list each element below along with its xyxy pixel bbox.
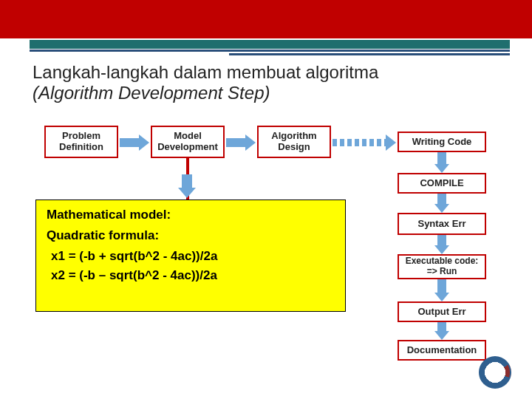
title-line-1: Langkah-langkah dalam membuat algoritma — [33, 62, 510, 83]
arrow-down-icon — [436, 194, 448, 213]
step-compile: COMPILE — [398, 173, 486, 194]
institution-logo-icon — [479, 356, 511, 389]
equation-x1: x1 = (-b + sqrt(b^2 - 4ac))/2a — [51, 249, 335, 264]
header-divider-1 — [30, 50, 510, 52]
step-problem-definition: Problem Definition — [44, 126, 118, 158]
arrow-down-icon — [436, 235, 448, 254]
step-syntax-err: Syntax Err — [398, 213, 486, 235]
arrow-right-dashed-icon — [332, 137, 396, 148]
title-line-2: (Algorithm Development Step) — [33, 83, 270, 103]
header-red-band — [0, 0, 532, 38]
header-teal-band — [30, 40, 510, 49]
arrow-down-icon — [436, 279, 448, 301]
step-output-err: Output Err — [398, 301, 486, 322]
step-writing-code: Writing Code — [398, 132, 486, 152]
slide-title: Langkah-langkah dalam membuat algoritma … — [33, 62, 510, 103]
callout-heading-formula: Quadratic formula: — [47, 228, 335, 243]
step-documentation: Documentation — [398, 340, 486, 361]
step-model-development: Model Development — [151, 126, 225, 158]
step-executable-run: Executable code: => Run — [398, 254, 486, 279]
equation-x2: x2 = (-b – sqrt(b^2 - 4ac))/2a — [51, 268, 335, 283]
step-algorithm-design: Algorithm Design — [257, 126, 331, 158]
arrow-down-icon — [180, 174, 194, 198]
callout-heading-model: Mathematical model: — [47, 208, 335, 222]
header-divider-2 — [229, 53, 510, 55]
model-callout: Mathematical model: Quadratic formula: x… — [35, 200, 346, 312]
slide-header — [0, 0, 532, 40]
arrow-right-icon — [120, 137, 149, 148]
arrow-down-icon — [436, 322, 448, 340]
arrow-right-icon — [226, 137, 256, 148]
arrow-down-icon — [436, 152, 448, 173]
